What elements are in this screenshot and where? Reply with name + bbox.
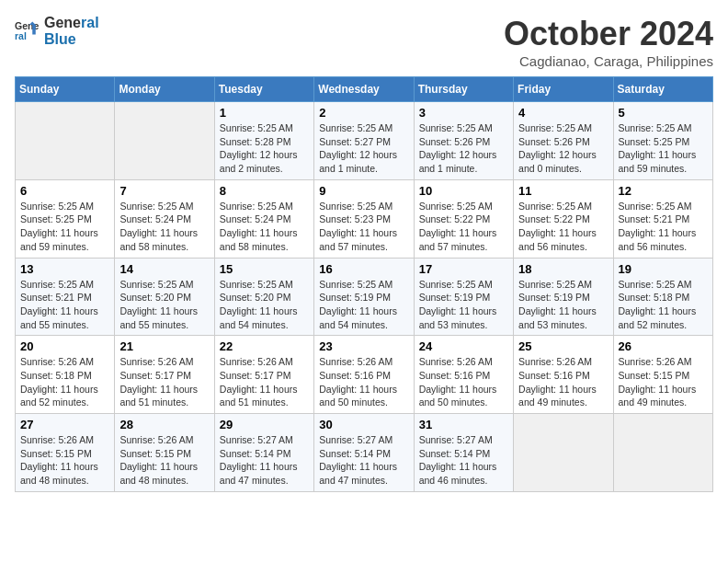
weekday-header-monday: Monday [115, 77, 214, 102]
calendar-cell: 30Sunrise: 5:27 AM Sunset: 5:14 PM Dayli… [314, 414, 414, 492]
day-number: 23 [319, 339, 408, 353]
weekday-header-tuesday: Tuesday [214, 77, 313, 102]
day-number: 9 [319, 184, 408, 198]
calendar-cell: 9Sunrise: 5:25 AM Sunset: 5:23 PM Daylig… [314, 179, 414, 258]
calendar-cell: 19Sunrise: 5:25 AM Sunset: 5:18 PM Dayli… [613, 258, 712, 336]
calendar-cell: 2Sunrise: 5:25 AM Sunset: 5:27 PM Daylig… [314, 102, 414, 180]
calendar-cell: 14Sunrise: 5:25 AM Sunset: 5:20 PM Dayli… [115, 258, 214, 336]
day-info: Sunrise: 5:26 AM Sunset: 5:17 PM Dayligh… [119, 355, 209, 409]
calendar-cell: 21Sunrise: 5:26 AM Sunset: 5:17 PM Dayli… [115, 336, 214, 414]
day-number: 20 [20, 339, 109, 353]
day-number: 18 [518, 262, 608, 276]
day-info: Sunrise: 5:27 AM Sunset: 5:14 PM Dayligh… [319, 433, 408, 488]
calendar-table: SundayMondayTuesdayWednesdayThursdayFrid… [15, 76, 713, 492]
day-info: Sunrise: 5:25 AM Sunset: 5:19 PM Dayligh… [319, 278, 408, 332]
day-number: 17 [419, 262, 508, 276]
day-info: Sunrise: 5:25 AM Sunset: 5:19 PM Dayligh… [518, 278, 608, 332]
day-number: 1 [220, 106, 309, 120]
day-number: 19 [619, 262, 708, 276]
day-number: 8 [220, 184, 309, 198]
calendar-cell: 11Sunrise: 5:25 AM Sunset: 5:22 PM Dayli… [514, 179, 613, 258]
location-subtitle: Cagdianao, Caraga, Philippines [504, 53, 713, 69]
title-block: October 2024 Cagdianao, Caraga, Philippi… [504, 15, 713, 69]
svg-text:ral: ral [15, 29, 27, 40]
day-info: Sunrise: 5:25 AM Sunset: 5:21 PM Dayligh… [20, 278, 109, 332]
day-number: 6 [20, 184, 109, 198]
month-title: October 2024 [504, 15, 713, 53]
day-number: 2 [319, 106, 408, 120]
calendar-cell: 4Sunrise: 5:25 AM Sunset: 5:26 PM Daylig… [514, 102, 613, 180]
calendar-cell: 20Sunrise: 5:26 AM Sunset: 5:18 PM Dayli… [16, 336, 115, 414]
calendar-cell: 5Sunrise: 5:25 AM Sunset: 5:25 PM Daylig… [613, 102, 712, 180]
logo-icon: Gene ral [15, 18, 40, 44]
calendar-cell [115, 102, 214, 180]
day-number: 13 [20, 262, 109, 276]
calendar-cell: 12Sunrise: 5:25 AM Sunset: 5:21 PM Dayli… [613, 179, 712, 258]
page-header: Gene ral General Blue October 2024 Cagdi… [15, 15, 713, 69]
day-info: Sunrise: 5:26 AM Sunset: 5:15 PM Dayligh… [119, 433, 209, 488]
calendar-cell: 25Sunrise: 5:26 AM Sunset: 5:16 PM Dayli… [514, 336, 613, 414]
day-info: Sunrise: 5:25 AM Sunset: 5:27 PM Dayligh… [319, 121, 408, 176]
calendar-cell: 15Sunrise: 5:25 AM Sunset: 5:20 PM Dayli… [214, 258, 313, 336]
day-number: 5 [619, 106, 708, 120]
day-number: 25 [518, 339, 608, 353]
day-number: 27 [20, 418, 109, 431]
logo: Gene ral General Blue [15, 15, 99, 47]
day-info: Sunrise: 5:26 AM Sunset: 5:16 PM Dayligh… [419, 355, 508, 409]
day-info: Sunrise: 5:27 AM Sunset: 5:14 PM Dayligh… [419, 433, 508, 488]
calendar-cell: 24Sunrise: 5:26 AM Sunset: 5:16 PM Dayli… [414, 336, 513, 414]
calendar-cell [16, 102, 115, 180]
weekday-header-wednesday: Wednesday [314, 77, 414, 102]
calendar-cell [613, 414, 712, 492]
calendar-cell: 29Sunrise: 5:27 AM Sunset: 5:14 PM Dayli… [214, 414, 313, 492]
day-number: 16 [319, 262, 408, 276]
calendar-cell: 16Sunrise: 5:25 AM Sunset: 5:19 PM Dayli… [314, 258, 414, 336]
day-info: Sunrise: 5:25 AM Sunset: 5:25 PM Dayligh… [619, 121, 708, 176]
day-info: Sunrise: 5:25 AM Sunset: 5:20 PM Dayligh… [119, 278, 209, 332]
day-number: 14 [119, 262, 209, 276]
day-number: 28 [119, 418, 209, 431]
day-number: 26 [619, 339, 708, 353]
calendar-cell: 7Sunrise: 5:25 AM Sunset: 5:24 PM Daylig… [115, 179, 214, 258]
calendar-cell: 23Sunrise: 5:26 AM Sunset: 5:16 PM Dayli… [314, 336, 414, 414]
day-info: Sunrise: 5:25 AM Sunset: 5:24 PM Dayligh… [119, 200, 209, 254]
day-number: 24 [419, 339, 508, 353]
day-number: 21 [119, 339, 209, 353]
weekday-header-saturday: Saturday [613, 77, 712, 102]
calendar-cell: 3Sunrise: 5:25 AM Sunset: 5:26 PM Daylig… [414, 102, 513, 180]
weekday-header-friday: Friday [514, 77, 613, 102]
weekday-header-thursday: Thursday [414, 77, 513, 102]
calendar-cell: 18Sunrise: 5:25 AM Sunset: 5:19 PM Dayli… [514, 258, 613, 336]
calendar-cell: 10Sunrise: 5:25 AM Sunset: 5:22 PM Dayli… [414, 179, 513, 258]
day-info: Sunrise: 5:25 AM Sunset: 5:22 PM Dayligh… [419, 200, 508, 254]
day-info: Sunrise: 5:25 AM Sunset: 5:26 PM Dayligh… [419, 121, 508, 176]
day-info: Sunrise: 5:25 AM Sunset: 5:19 PM Dayligh… [419, 278, 508, 332]
calendar-cell: 28Sunrise: 5:26 AM Sunset: 5:15 PM Dayli… [115, 414, 214, 492]
calendar-cell: 8Sunrise: 5:25 AM Sunset: 5:24 PM Daylig… [214, 179, 313, 258]
day-info: Sunrise: 5:25 AM Sunset: 5:21 PM Dayligh… [619, 200, 708, 254]
day-number: 12 [619, 184, 708, 198]
day-number: 31 [419, 418, 508, 431]
day-info: Sunrise: 5:25 AM Sunset: 5:18 PM Dayligh… [619, 278, 708, 332]
day-info: Sunrise: 5:27 AM Sunset: 5:14 PM Dayligh… [220, 433, 309, 488]
logo-blue: Blue [44, 31, 99, 48]
calendar-cell: 6Sunrise: 5:25 AM Sunset: 5:25 PM Daylig… [16, 179, 115, 258]
day-number: 30 [319, 418, 408, 431]
day-info: Sunrise: 5:26 AM Sunset: 5:15 PM Dayligh… [20, 433, 109, 488]
day-number: 10 [419, 184, 508, 198]
calendar-cell: 26Sunrise: 5:26 AM Sunset: 5:15 PM Dayli… [613, 336, 712, 414]
day-info: Sunrise: 5:25 AM Sunset: 5:20 PM Dayligh… [220, 278, 309, 332]
calendar-cell: 17Sunrise: 5:25 AM Sunset: 5:19 PM Dayli… [414, 258, 513, 336]
day-info: Sunrise: 5:26 AM Sunset: 5:16 PM Dayligh… [518, 355, 608, 409]
day-info: Sunrise: 5:26 AM Sunset: 5:17 PM Dayligh… [220, 355, 309, 409]
calendar-cell: 1Sunrise: 5:25 AM Sunset: 5:28 PM Daylig… [214, 102, 313, 180]
day-info: Sunrise: 5:26 AM Sunset: 5:15 PM Dayligh… [619, 355, 708, 409]
day-info: Sunrise: 5:26 AM Sunset: 5:18 PM Dayligh… [20, 355, 109, 409]
calendar-cell: 13Sunrise: 5:25 AM Sunset: 5:21 PM Dayli… [16, 258, 115, 336]
calendar-cell: 31Sunrise: 5:27 AM Sunset: 5:14 PM Dayli… [414, 414, 513, 492]
day-number: 7 [119, 184, 209, 198]
weekday-header-sunday: Sunday [16, 77, 115, 102]
day-info: Sunrise: 5:25 AM Sunset: 5:28 PM Dayligh… [220, 121, 309, 176]
day-number: 11 [518, 184, 608, 198]
calendar-cell: 27Sunrise: 5:26 AM Sunset: 5:15 PM Dayli… [16, 414, 115, 492]
